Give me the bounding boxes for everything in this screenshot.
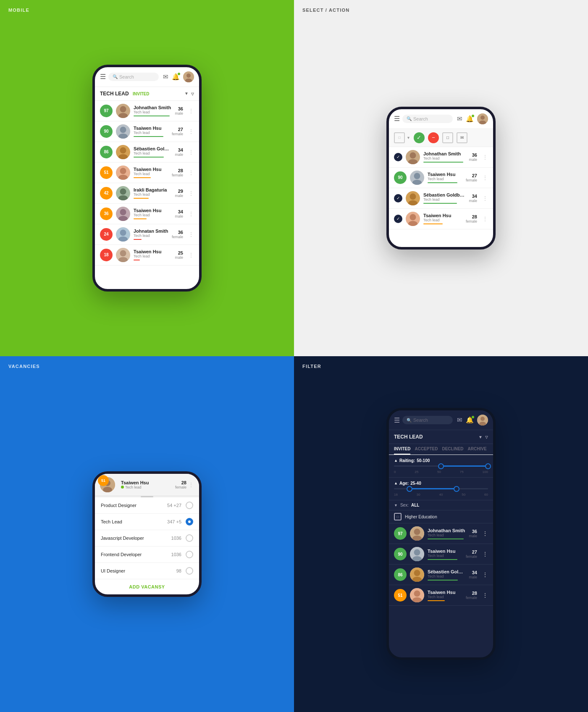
candidate-name: Tsaiwen Hsu xyxy=(134,208,171,213)
more-button[interactable]: ⋮ xyxy=(186,128,194,135)
mail-icon-filter[interactable]: ✉ xyxy=(457,416,462,424)
more-button[interactable]: ⋮ xyxy=(186,231,194,238)
rating-slider-thumb-left[interactable] xyxy=(438,463,444,469)
add-vacancy-button[interactable]: ADD VACANSY xyxy=(95,579,199,594)
vacancy-row[interactable]: Product Designer 54 +27 xyxy=(95,497,199,514)
rating-filter-title: ▼ Raiting: 50-100 xyxy=(394,458,488,463)
avatar-select[interactable] xyxy=(477,113,488,124)
bell-icon-select[interactable]: 🔔 xyxy=(466,115,474,123)
vac-user-meta: 28 female xyxy=(175,480,186,489)
candidate-row[interactable]: 90 Tsaiwen Hsu Tech lead 27 female ⋮ xyxy=(389,544,493,565)
check-circle[interactable]: ✓ xyxy=(394,194,402,202)
rating-toggle[interactable]: ▼ xyxy=(394,459,398,463)
score-badge: 90 xyxy=(394,171,407,184)
more-button[interactable]: ⋮ xyxy=(480,215,488,222)
candidate-row[interactable]: 18 Tsaiwen Hsu Tech lead 25 male ⋮ xyxy=(95,245,199,265)
copy-button[interactable]: □ xyxy=(442,132,453,143)
select-dropdown[interactable]: ▼ xyxy=(407,136,410,140)
more-button[interactable]: ⋮ xyxy=(480,551,488,557)
more-button[interactable]: ⋮ xyxy=(186,108,194,114)
select-all-checkbox[interactable]: □ xyxy=(394,132,405,143)
hamburger-icon[interactable]: ☰ xyxy=(100,73,106,81)
mail-button[interactable]: ✉ xyxy=(457,132,467,143)
candidate-row[interactable]: 51 Tsaiwen Hsu Tech lead 28 female ⋮ xyxy=(95,163,199,183)
more-button[interactable]: ⋮ xyxy=(480,174,488,181)
more-button[interactable]: ⋮ xyxy=(480,195,488,202)
age-filter-section: ▼ Age: 25-40 18 30 40 50 60 xyxy=(389,478,493,500)
rating-slider-thumb-right[interactable] xyxy=(485,463,491,469)
bell-icon-filter[interactable]: 🔔 xyxy=(466,416,474,424)
candidate-row[interactable]: 24 Johnatan Smith Tech lead 36 female ⋮ xyxy=(95,224,199,245)
candidate-age: 36 xyxy=(172,230,183,235)
more-button[interactable]: ⋮ xyxy=(186,210,194,217)
vacancy-row[interactable]: Javascript Developer 1036 xyxy=(95,530,199,546)
check-circle[interactable]: ✓ xyxy=(394,215,402,223)
vacancy-radio[interactable] xyxy=(186,551,193,558)
candidate-row[interactable]: 90 Tsaiwen Hsu Tech lead 27 female ⋮ xyxy=(389,168,493,188)
candidate-row[interactable]: ✓ Tsaiwen Hsu Tech lead 28 female ⋮ xyxy=(389,209,493,229)
candidate-row[interactable]: ✓ Sébastien Goldberg Tech lead 34 male ⋮ xyxy=(389,188,493,209)
filter-tab-archive[interactable]: ARCHIVE xyxy=(468,447,487,455)
candidate-meta: 27 female xyxy=(466,173,477,182)
vacancy-radio[interactable] xyxy=(186,502,193,509)
vacancy-count: 1036 xyxy=(171,536,181,541)
vacancy-row[interactable]: Tech Lead 347 +5 xyxy=(95,514,199,530)
more-button[interactable]: ⋮ xyxy=(186,169,194,176)
age-toggle[interactable]: ▼ xyxy=(394,481,398,486)
search-box-select[interactable]: 🔍 Search xyxy=(402,115,453,123)
more-button[interactable]: ⋮ xyxy=(186,252,194,258)
check-circle[interactable]: ✓ xyxy=(394,153,402,161)
more-button[interactable]: ⋮ xyxy=(186,190,194,197)
candidate-row[interactable]: 36 Tsaiwen Hsu Tech lead 34 male ⋮ xyxy=(95,204,199,224)
candidate-row[interactable]: 51 Tsaiwen Hsu Tech lead 28 female ⋮ xyxy=(389,585,493,606)
more-button[interactable]: ⋮ xyxy=(480,530,488,537)
filter-tab-accepted[interactable]: ACCEPTED xyxy=(415,447,438,455)
more-button[interactable]: ⋮ xyxy=(480,571,488,578)
mail-icon-select[interactable]: ✉ xyxy=(457,115,462,123)
more-button[interactable]: ⋮ xyxy=(480,154,488,160)
candidate-row[interactable]: 97 Johnathan Smith Tech lead 36 male ⋮ xyxy=(389,523,493,544)
approve-button[interactable]: ✓ xyxy=(414,132,425,143)
mail-icon[interactable]: ✉ xyxy=(163,73,168,81)
more-button[interactable]: ⋮ xyxy=(186,149,194,155)
svg-point-52 xyxy=(414,549,420,556)
dropdown-arrow-filter[interactable]: ▼ xyxy=(478,435,483,439)
candidate-name: Tsaiwen Hsu xyxy=(428,590,462,595)
bell-icon[interactable]: 🔔 xyxy=(172,73,180,81)
more-btn-vac[interactable]: ⋮ xyxy=(186,481,194,488)
age-slider-thumb-right[interactable] xyxy=(454,486,459,492)
candidate-row[interactable]: 86 Sébastien Goldberg Tech lead 34 male … xyxy=(389,565,493,585)
vacancy-radio[interactable] xyxy=(186,518,193,525)
vacancy-row[interactable]: UI Designer 98 xyxy=(95,563,199,579)
filter-tab-declined[interactable]: DECLINED xyxy=(442,447,463,455)
vacancy-radio[interactable] xyxy=(186,534,193,542)
vacancy-row[interactable]: Frontend Developer 1036 xyxy=(95,546,199,563)
candidate-row[interactable]: 90 Tsaiwen Hsu Tech lead 27 female ⋮ xyxy=(95,121,199,142)
reject-button[interactable]: − xyxy=(428,132,439,143)
svg-point-34 xyxy=(414,173,420,179)
sex-toggle[interactable]: ▼ xyxy=(394,503,398,507)
avatar[interactable] xyxy=(183,71,194,82)
filter-tab-invited[interactable]: INVITED xyxy=(394,447,410,455)
filter-icon-filter[interactable]: ▿ xyxy=(485,434,488,440)
phone-select: ☰ 🔍 Search ✉ 🔔 □ ▼ ✓ − □ ✉ ✓ xyxy=(386,107,496,250)
edu-icon[interactable]: □ xyxy=(394,513,402,520)
candidate-name: Tsaiwen Hsu xyxy=(134,249,171,254)
hamburger-icon-filter[interactable]: ☰ xyxy=(394,416,400,424)
more-button[interactable]: ⋮ xyxy=(480,592,488,599)
vac-user-role: Tech lead xyxy=(121,485,175,489)
candidate-row[interactable]: 97 Johnathan Smith Tech lead 36 male ⋮ xyxy=(95,101,199,121)
candidate-row[interactable]: 42 Irakli Bagaturia Tech lead 29 male ⋮ xyxy=(95,183,199,204)
dropdown-arrow-icon[interactable]: ▼ xyxy=(184,91,189,96)
age-slider-thumb-left[interactable] xyxy=(407,486,412,492)
candidate-progress-bar xyxy=(134,218,147,219)
avatar-filter[interactable] xyxy=(477,415,488,426)
hamburger-icon-select[interactable]: ☰ xyxy=(394,115,400,123)
candidate-row[interactable]: 86 Sébastien Goldberg Tech lead 34 male … xyxy=(95,142,199,163)
candidate-row[interactable]: ✓ Johnathan Smith Tech lead 36 male ⋮ xyxy=(389,147,493,168)
vacancy-radio[interactable] xyxy=(186,567,193,575)
search-box-filter[interactable]: 🔍 Search xyxy=(402,416,453,424)
filter-icon[interactable]: ▿ xyxy=(191,90,194,97)
notif-dot-select xyxy=(472,115,474,117)
search-box-mobile[interactable]: 🔍 Search xyxy=(108,73,159,81)
